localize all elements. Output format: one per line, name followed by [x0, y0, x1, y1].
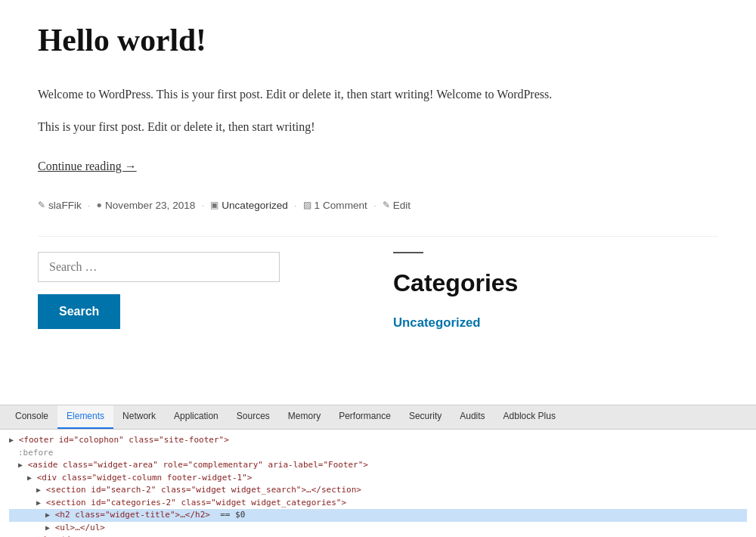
post-body-line2: This is your first post. Edit or delete … — [38, 116, 718, 137]
meta-date: ● November 23, 2018 — [97, 197, 196, 214]
meta-sep-4: · — [373, 197, 376, 214]
meta-comments: ▨ 1 Comment — [303, 197, 367, 214]
continue-reading-link[interactable]: Continue reading → — [38, 157, 137, 176]
comment-count: 1 Comment — [314, 197, 367, 214]
widgets-row: Search Categories Uncategorized — [38, 236, 718, 334]
post-date: November 23, 2018 — [105, 197, 195, 214]
meta-sep-2: · — [201, 197, 204, 214]
post-title: Hello world! — [38, 15, 718, 66]
categories-divider — [393, 252, 423, 253]
categories-widget: Categories Uncategorized — [393, 252, 718, 334]
categories-title: Categories — [393, 264, 718, 303]
search-button[interactable]: Search — [38, 294, 120, 329]
category-icon: ▣ — [210, 198, 218, 213]
comments-icon: ▨ — [303, 198, 311, 213]
post-meta: ✎ slaFFik · ● November 23, 2018 · ▣ Unca… — [38, 197, 718, 214]
category-link-uncategorized[interactable]: Uncategorized — [393, 315, 481, 330]
meta-edit: ✎ Edit — [383, 197, 411, 214]
search-widget: Search — [38, 252, 363, 334]
search-input[interactable] — [38, 252, 280, 282]
edit-label: Edit — [393, 197, 411, 214]
author-name: slaFFik — [48, 197, 82, 214]
meta-sep-3: · — [294, 197, 297, 214]
meta-author: ✎ slaFFik — [38, 197, 82, 214]
meta-category: ▣ Uncategorized — [210, 197, 288, 214]
author-icon: ✎ — [38, 198, 45, 213]
date-icon: ● — [97, 198, 102, 213]
main-content: Hello world! Welcome to WordPress. This … — [8, 0, 748, 349]
post-body-line1: Welcome to WordPress. This is your first… — [38, 84, 718, 104]
post-category: Uncategorized — [222, 197, 288, 214]
edit-icon: ✎ — [383, 198, 390, 213]
meta-sep-1: · — [88, 197, 91, 214]
